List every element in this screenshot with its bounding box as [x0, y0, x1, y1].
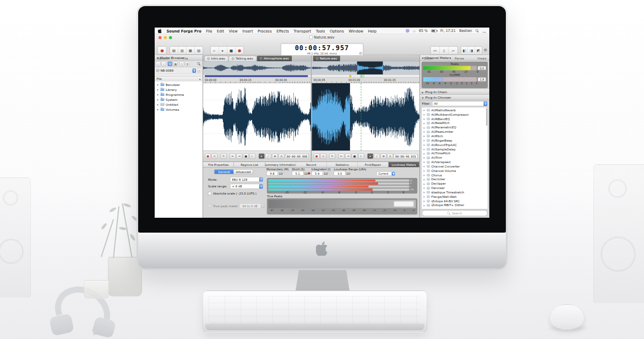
notification-center-icon[interactable]	[483, 29, 487, 32]
record-button[interactable]: ●	[158, 47, 167, 55]
tab-summary-information[interactable]: Summary Information	[265, 162, 296, 167]
edit-tool-button[interactable]: ▸	[368, 154, 374, 159]
filter-dropdown[interactable]: All	[432, 101, 488, 106]
disclosure-triangle-icon[interactable]: ▶	[424, 196, 426, 198]
plugin-item[interactable]: ▶ AURoundTripAAC	[422, 143, 488, 147]
disclosure-triangle-icon[interactable]: ▶	[424, 135, 426, 137]
scrollbar-thumb[interactable]	[486, 108, 488, 126]
back-button[interactable]: ‹	[156, 62, 161, 67]
plugin-chain-header[interactable]: ▶ Plug-In Chain	[420, 89, 489, 95]
disclosure-triangle-icon[interactable]: ▶	[157, 84, 160, 86]
tab-statistics[interactable]: Statistics	[327, 162, 358, 167]
tab-record[interactable]: Record	[296, 162, 326, 167]
visible-range-indicator[interactable]	[205, 76, 308, 77]
true-peak-range-dropdown[interactable]: -90 to 0 dB	[239, 203, 264, 208]
plugin-item[interactable]: ▶ AUVarispeed	[422, 160, 488, 164]
toolbar-settings-icon[interactable]: ⚙	[484, 48, 487, 52]
tab-intro-wav[interactable]: Intro.wav	[204, 56, 228, 61]
plugin-item[interactable]: ▶ AURogerBeep	[422, 138, 488, 143]
favorites-button[interactable]: ☆	[179, 62, 184, 67]
plugin-item[interactable]: ▶ Flange/Wah-Wah	[422, 195, 488, 199]
apple-menu-icon[interactable]	[158, 29, 162, 33]
stop-button[interactable]: ■	[227, 47, 236, 55]
dropbox-icon[interactable]: ◇	[413, 29, 416, 33]
pane-layout-button-1[interactable]: ◧	[461, 47, 468, 55]
disclosure-triangle-icon[interactable]: ▶	[424, 152, 426, 154]
go-to-end-button[interactable]: ⇥	[237, 154, 243, 159]
menu-item[interactable]: Edit	[217, 29, 224, 33]
disclosure-triangle-icon[interactable]: ▶	[424, 170, 426, 172]
disclosure-triangle-icon[interactable]: ▶	[157, 104, 160, 106]
disclosure-triangle-icon[interactable]: ▶	[424, 157, 426, 159]
disclosure-triangle-icon[interactable]: ▶	[424, 122, 426, 124]
tab-nature-wav[interactable]: Nature.wav	[313, 56, 341, 61]
pane-layout-button-3[interactable]: ◩	[475, 47, 482, 55]
position-marker[interactable]	[350, 75, 351, 77]
pencil-tool-button[interactable]: ╱	[265, 154, 271, 159]
disclosure-triangle-icon[interactable]: ▶	[424, 148, 426, 150]
plugin-item[interactable]: ▶ Declipper	[422, 181, 488, 186]
disclosure-triangle-icon[interactable]: ▶	[157, 99, 160, 101]
plugin-item[interactable]: ▶ Denoiser	[422, 186, 488, 190]
disclosure-triangle-icon[interactable]: ▶	[157, 89, 160, 91]
disclosure-triangle-icon[interactable]: ▶	[424, 126, 426, 128]
disclosure-triangle-icon[interactable]: ▶	[424, 204, 426, 206]
save-file-button[interactable]: ▦	[187, 47, 195, 55]
waveform-view[interactable]	[203, 83, 311, 150]
loop-button[interactable]: ↻	[330, 154, 336, 159]
plugin-item[interactable]: ▶ Declicker	[422, 177, 488, 182]
plugin-item[interactable]: ▶ AUTimePitch	[422, 151, 488, 155]
record-disable-button[interactable]: ⊘	[212, 154, 218, 159]
dropdown-stepper[interactable]	[259, 177, 263, 182]
menu-clock[interactable]: Fr, 17:21	[440, 29, 456, 33]
column-view-button[interactable]: ▦	[173, 62, 178, 67]
magnify-tool-button[interactable]: ⊕	[381, 154, 387, 159]
battery-icon[interactable]	[431, 29, 436, 32]
disclosure-triangle-icon[interactable]: ▶	[424, 182, 426, 185]
plugin-item[interactable]: ▶ AUPitch	[422, 134, 488, 138]
siri-icon[interactable]	[406, 29, 410, 33]
disclosure-triangle-icon[interactable]: ▶	[424, 144, 426, 146]
time-ruler[interactable]: 00:00:0000:00:1500:00:30	[203, 78, 311, 83]
loop-button[interactable]: ↻	[221, 154, 227, 159]
tree-item[interactable]: ▶ Benutzer	[155, 82, 203, 87]
tree-item[interactable]: ▶ Untitled	[155, 102, 203, 107]
play-all-button[interactable]: ▹	[211, 47, 219, 55]
mode-dropdown[interactable]: EBU R 128	[230, 177, 263, 182]
time-ruler[interactable]: 00:00:4500:01:0000:01:15	[312, 78, 420, 83]
green-marker-flag[interactable]	[361, 74, 364, 78]
disclosure-triangle-icon[interactable]: ▶	[424, 187, 426, 189]
scale-range-dropdown[interactable]: + 9 dB	[230, 184, 263, 189]
editor-view-button-1[interactable]: ▭	[431, 47, 440, 55]
chevron-down-icon[interactable]: ▼	[422, 96, 424, 99]
plugin-item[interactable]: ▶ AUParametricEQ	[422, 125, 488, 130]
go-to-start-button[interactable]: ⇤	[339, 154, 345, 159]
disclosure-triangle-icon[interactable]: ▶	[424, 114, 426, 116]
disclosure-triangle-icon[interactable]: ▶	[424, 165, 426, 168]
go-to-start-button[interactable]: ⇤	[230, 154, 236, 159]
true-peak-checkbox[interactable]: ✓	[208, 205, 211, 208]
edit-tool-button[interactable]: ▸	[259, 154, 265, 159]
editor-view-button-3[interactable]: ▱	[449, 47, 457, 55]
plugin-item[interactable]: ▶ AUMatrixReverb	[422, 108, 488, 112]
magnify-tool-button[interactable]: ⊕	[272, 154, 278, 159]
envelope-tool-button[interactable]: ⋀	[279, 154, 285, 159]
play-button[interactable]: ▷	[250, 154, 256, 159]
stop-button[interactable]: ■	[352, 154, 358, 159]
play-button[interactable]: ▸	[219, 47, 227, 55]
advanced-button[interactable]: Advanced	[234, 170, 253, 174]
tab-atmosphere-wav[interactable]: Atmosphere.wav	[256, 56, 292, 61]
dropdown-stepper[interactable]	[261, 204, 265, 208]
menu-item[interactable]: Help	[368, 29, 376, 33]
tree-item[interactable]: ▶ System	[155, 97, 203, 102]
plugin-item[interactable]: ▶ iZotope 64-Bit SRC	[422, 199, 488, 203]
absolute-scale-checkbox[interactable]	[208, 192, 211, 195]
menu-item[interactable]: Process	[258, 29, 272, 33]
tab-talking-wav[interactable]: Talking.wav	[229, 56, 256, 61]
actions-button[interactable]: ⚙	[185, 62, 190, 67]
forward-button[interactable]: ›	[161, 62, 166, 67]
disclosure-triangle-icon[interactable]: ▶	[424, 118, 426, 120]
plugin-item[interactable]: ▶ élastique Timestretch	[422, 190, 488, 195]
search-icon[interactable]	[198, 62, 201, 66]
tab-find-repair[interactable]: Find/Repair	[358, 162, 389, 167]
